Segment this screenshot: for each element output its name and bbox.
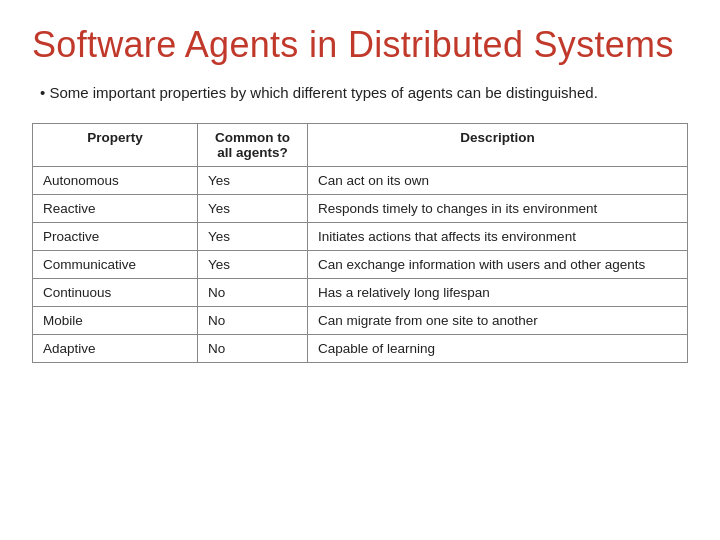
cell-r6-c1: No	[198, 335, 308, 363]
cell-r4-c0: Continuous	[33, 279, 198, 307]
cell-r5-c2: Can migrate from one site to another	[308, 307, 688, 335]
table-row: AutonomousYesCan act on its own	[33, 167, 688, 195]
table-row: AdaptiveNoCapable of learning	[33, 335, 688, 363]
page: Software Agents in Distributed Systems S…	[0, 0, 720, 540]
cell-r3-c1: Yes	[198, 251, 308, 279]
cell-r1-c2: Responds timely to changes in its enviro…	[308, 195, 688, 223]
cell-r0-c1: Yes	[198, 167, 308, 195]
table-row: ProactiveYesInitiates actions that affec…	[33, 223, 688, 251]
cell-r2-c2: Initiates actions that affects its envir…	[308, 223, 688, 251]
cell-r6-c0: Adaptive	[33, 335, 198, 363]
cell-r5-c1: No	[198, 307, 308, 335]
cell-r4-c1: No	[198, 279, 308, 307]
header-description: Description	[308, 124, 688, 167]
cell-r1-c0: Reactive	[33, 195, 198, 223]
cell-r5-c0: Mobile	[33, 307, 198, 335]
cell-r1-c1: Yes	[198, 195, 308, 223]
table-header-row: Property Common to all agents? Descripti…	[33, 124, 688, 167]
properties-table: Property Common to all agents? Descripti…	[32, 123, 688, 363]
header-property: Property	[33, 124, 198, 167]
cell-r2-c0: Proactive	[33, 223, 198, 251]
header-common: Common to all agents?	[198, 124, 308, 167]
table-row: ContinuousNoHas a relatively long lifesp…	[33, 279, 688, 307]
cell-r0-c2: Can act on its own	[308, 167, 688, 195]
cell-r0-c0: Autonomous	[33, 167, 198, 195]
cell-r4-c2: Has a relatively long lifespan	[308, 279, 688, 307]
table-row: MobileNoCan migrate from one site to ano…	[33, 307, 688, 335]
cell-r3-c0: Communicative	[33, 251, 198, 279]
page-title: Software Agents in Distributed Systems	[32, 24, 688, 66]
table-row: CommunicativeYesCan exchange information…	[33, 251, 688, 279]
cell-r2-c1: Yes	[198, 223, 308, 251]
table-body: AutonomousYesCan act on its ownReactiveY…	[33, 167, 688, 363]
cell-r3-c2: Can exchange information with users and …	[308, 251, 688, 279]
cell-r6-c2: Capable of learning	[308, 335, 688, 363]
subtitle-text: Some important properties by which diffe…	[32, 82, 688, 103]
table-row: ReactiveYesResponds timely to changes in…	[33, 195, 688, 223]
